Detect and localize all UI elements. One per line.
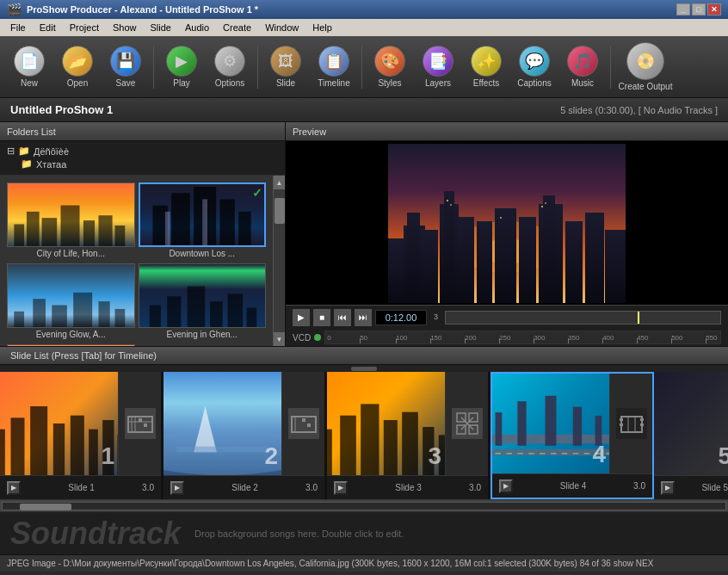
divider-handle[interactable] bbox=[351, 367, 377, 371]
preview-svg bbox=[388, 144, 626, 303]
slide-item-1[interactable]: 2 ▶ Slide 2 3.0 bbox=[163, 372, 327, 499]
slide-play-button-0[interactable]: ▶ bbox=[7, 481, 21, 495]
new-button[interactable]: 📄 New bbox=[7, 40, 52, 95]
slide-layer-thumb-1 bbox=[281, 372, 324, 475]
svg-rect-69 bbox=[302, 418, 305, 422]
svg-rect-42 bbox=[585, 213, 604, 303]
title-bar: 🎬 ProShow Producer - Alexand - Untitled … bbox=[0, 0, 728, 19]
main-area: Folders List ⊟ 📁 Дёñôïèè 📁 Хтатаа bbox=[0, 122, 728, 346]
slide-play-button-1[interactable]: ▶ bbox=[170, 481, 184, 495]
layer-icon-0 bbox=[125, 408, 156, 439]
styles-button[interactable]: 🎨 Styles bbox=[367, 40, 412, 95]
file-thumb-3[interactable]: Evening in Ghen... bbox=[139, 263, 267, 341]
folders-panel-header: Folders List bbox=[0, 122, 285, 141]
open-button[interactable]: 📂 Open bbox=[55, 40, 100, 95]
svg-rect-0 bbox=[14, 224, 24, 246]
preview-timeline[interactable] bbox=[445, 311, 721, 325]
effects-button[interactable]: ✨ Effects bbox=[464, 40, 509, 95]
slide-play-button-2[interactable]: ▶ bbox=[334, 481, 348, 495]
menu-slide[interactable]: Slide bbox=[143, 21, 177, 34]
slide-strip-scrollbar[interactable] bbox=[0, 499, 728, 511]
svg-rect-45 bbox=[450, 204, 452, 206]
play-button[interactable]: ▶ Play bbox=[159, 40, 204, 95]
menu-create[interactable]: Create bbox=[216, 21, 258, 34]
tree-root[interactable]: ⊟ 📁 Дёñôïèè bbox=[7, 145, 278, 158]
slide-item-4[interactable]: 5 ▶ Slide 5 bbox=[654, 372, 728, 499]
slide-play-button-4[interactable]: ▶ bbox=[661, 481, 675, 495]
vcd-indicator bbox=[314, 334, 321, 341]
svg-rect-5 bbox=[98, 215, 112, 246]
layer-icon-1 bbox=[288, 408, 319, 439]
menu-file[interactable]: File bbox=[3, 21, 33, 34]
slide-item-0[interactable]: 1 ▶ Slide 1 3.0 bbox=[0, 372, 163, 499]
file-thumb-1[interactable]: ✓ Downtown Los ... bbox=[139, 182, 267, 260]
tree-subfolder[interactable]: 📁 Хтатаа bbox=[7, 158, 278, 170]
tree-root-label: Дёñôïèè bbox=[34, 146, 69, 157]
close-button[interactable]: ✕ bbox=[707, 3, 721, 15]
svg-marker-65 bbox=[194, 406, 217, 452]
svg-rect-48 bbox=[545, 202, 546, 204]
menu-project[interactable]: Project bbox=[63, 21, 106, 34]
svg-rect-38 bbox=[519, 217, 536, 303]
scroll-thumb[interactable] bbox=[275, 198, 285, 224]
styles-label: Styles bbox=[378, 78, 401, 88]
svg-rect-40 bbox=[543, 195, 555, 303]
time-position: 3 bbox=[430, 312, 441, 322]
project-title: Untitled ProShow 1 bbox=[10, 103, 560, 116]
preview-prev-button[interactable]: ⏮ bbox=[334, 309, 351, 326]
slide-number-2: 3 bbox=[428, 444, 441, 468]
slide-layer-thumb-0 bbox=[118, 372, 161, 475]
preview-play-button[interactable]: ▶ bbox=[293, 309, 310, 326]
menu-audio[interactable]: Audio bbox=[178, 21, 216, 34]
scroll-down-button[interactable]: ▼ bbox=[274, 332, 285, 346]
create-output-button[interactable]: 📀 Create Output bbox=[616, 40, 675, 95]
svg-rect-36 bbox=[477, 221, 492, 303]
slide-name-1: Slide 2 bbox=[231, 483, 258, 492]
menu-edit[interactable]: Edit bbox=[33, 21, 63, 34]
slide-item-2[interactable]: 3 ▶ Slide 3 3.0 bbox=[327, 372, 490, 499]
h-scroll-thumb[interactable] bbox=[20, 504, 71, 510]
file-thumb-4[interactable]: Sunset City... bbox=[7, 344, 135, 346]
file-thumb-image-3 bbox=[139, 263, 267, 328]
slide-main-thumb-4: 5 bbox=[654, 372, 728, 475]
preview-next-button[interactable]: ⏭ bbox=[355, 309, 372, 326]
svg-rect-14 bbox=[14, 312, 24, 327]
time-display: 0:12.00 bbox=[375, 310, 427, 325]
svg-rect-29 bbox=[388, 238, 405, 303]
slide-number-3: 4 bbox=[592, 442, 606, 467]
h-scroll-track[interactable] bbox=[2, 502, 726, 510]
slide-item-3[interactable]: 4 ▶ Slide 4 bbox=[490, 372, 654, 499]
music-icon: 🎵 bbox=[573, 52, 592, 71]
folders-scrollbar[interactable]: ▲ ▼ bbox=[273, 176, 285, 346]
new-icon: 📄 bbox=[20, 52, 39, 71]
music-label: Music bbox=[571, 78, 594, 88]
slide-number-4: 5 bbox=[718, 444, 728, 468]
slide-label: Slide bbox=[276, 78, 295, 88]
minimize-button[interactable]: _ bbox=[676, 3, 690, 15]
status-bar: JPEG Image - D:\Мои документы\Рисунки\Го… bbox=[0, 554, 728, 572]
file-thumb-2[interactable]: Evening Glow, A... bbox=[7, 263, 135, 341]
layers-button[interactable]: 📑 Layers bbox=[416, 40, 460, 95]
slide-play-button-3[interactable]: ▶ bbox=[499, 479, 513, 493]
file-thumb-0[interactable]: City of Life, Hon... bbox=[7, 182, 135, 260]
captions-button[interactable]: 💬 Captions bbox=[512, 40, 557, 95]
panel-divider[interactable] bbox=[0, 365, 728, 372]
options-button[interactable]: ⚙ Options bbox=[207, 40, 252, 95]
svg-rect-52 bbox=[30, 406, 47, 475]
preview-stop-button[interactable]: ■ bbox=[313, 309, 330, 326]
file-name-3: Evening in Ghen... bbox=[139, 328, 267, 341]
menu-show[interactable]: Show bbox=[106, 21, 144, 34]
menu-help[interactable]: Help bbox=[305, 21, 339, 34]
music-button[interactable]: 🎵 Music bbox=[560, 40, 605, 95]
save-button[interactable]: 💾 Save bbox=[103, 40, 148, 95]
scroll-track[interactable] bbox=[274, 189, 285, 332]
menu-window[interactable]: Window bbox=[258, 21, 305, 34]
play-label: Play bbox=[173, 78, 189, 88]
layers-icon: 📑 bbox=[429, 52, 447, 71]
scroll-up-button[interactable]: ▲ bbox=[274, 176, 285, 189]
svg-rect-16 bbox=[52, 305, 67, 327]
maximize-button[interactable]: □ bbox=[692, 3, 706, 15]
timeline-button[interactable]: 📋 Timeline bbox=[312, 40, 356, 95]
slide-layer-thumb-2 bbox=[445, 372, 488, 475]
slide-button[interactable]: 🖼 Slide bbox=[263, 40, 308, 95]
